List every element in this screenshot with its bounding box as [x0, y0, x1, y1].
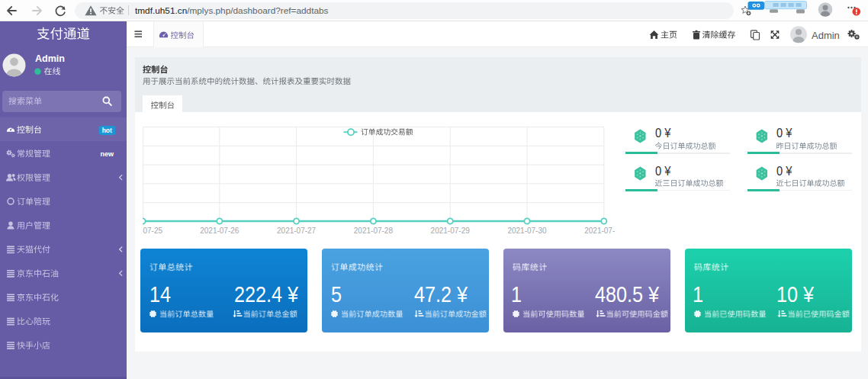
svg-text:2021-07-29: 2021-07-29: [430, 226, 470, 235]
svg-text:2021-07-26: 2021-07-26: [200, 226, 240, 235]
svg-text:2021-07-25: 2021-07-25: [143, 226, 163, 235]
svg-text:2021-07-28: 2021-07-28: [353, 226, 393, 235]
svg-text:2021-07-31: 2021-07-31: [584, 226, 615, 235]
svg-text:2021-07-30: 2021-07-30: [507, 226, 547, 235]
svg-text:2021-07-27: 2021-07-27: [277, 226, 317, 235]
